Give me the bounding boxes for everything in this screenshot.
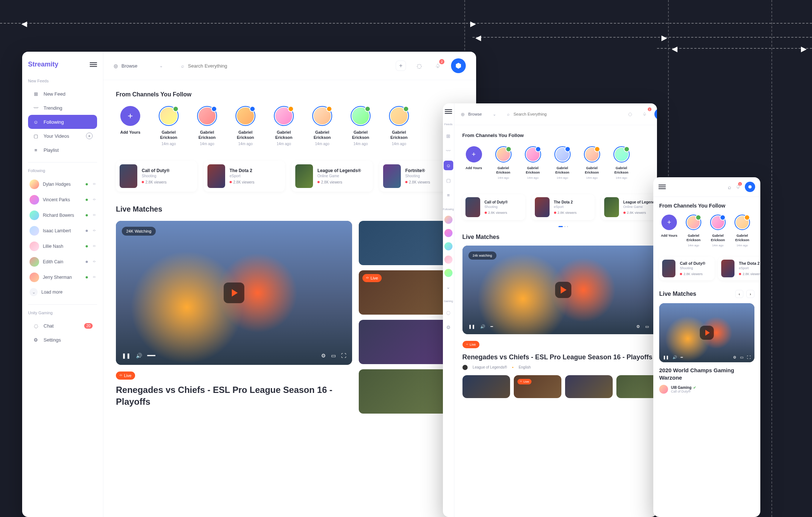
channel-item[interactable]: Gabriel Erickson14m ago bbox=[308, 106, 337, 146]
channel-add[interactable]: +Add Yours bbox=[659, 215, 679, 247]
nav-settings[interactable]: ⚙Settings bbox=[28, 333, 97, 347]
game-card[interactable]: The Dota 2eSport2.8K viewers bbox=[718, 257, 760, 280]
channel-add[interactable]: +Add Yours bbox=[462, 146, 485, 179]
channel-item[interactable]: Gabriel Erickson14m ago bbox=[708, 215, 728, 247]
volume-icon[interactable]: 🔊 bbox=[136, 353, 142, 359]
channel-item[interactable]: Gabriel Erickson14m ago bbox=[522, 146, 544, 179]
game-card[interactable]: The Dota 2eSport2.8K viewers bbox=[532, 194, 595, 220]
volume-icon[interactable]: 🔊 bbox=[480, 324, 485, 329]
bell-icon[interactable]: ♤1 bbox=[736, 184, 740, 190]
follow-user[interactable]: Dylan Hodges⌔ bbox=[28, 177, 97, 192]
pause-icon[interactable]: ❚❚ bbox=[663, 355, 669, 359]
load-more[interactable]: ⌄Load more bbox=[28, 285, 97, 299]
nav-new-feed[interactable]: ⊞ bbox=[444, 131, 453, 141]
add-icon[interactable]: + bbox=[86, 133, 93, 139]
nav-following[interactable]: ☺Following bbox=[28, 115, 97, 129]
settings-icon[interactable]: ⚙ bbox=[321, 353, 326, 359]
follow-user[interactable]: Vincent Parks⌔ bbox=[28, 192, 97, 208]
channel-item[interactable]: Gabriel Erickson14m ago bbox=[492, 146, 515, 179]
next-button[interactable]: › bbox=[746, 290, 754, 298]
bell-icon[interactable]: ♤2 bbox=[433, 61, 443, 71]
settings-icon[interactable]: ⚙ bbox=[733, 355, 736, 359]
video-thumb[interactable] bbox=[462, 375, 510, 398]
follow-user[interactable]: Richard Bowers⌔ bbox=[28, 208, 97, 223]
theatre-icon[interactable]: ▭ bbox=[740, 355, 743, 359]
video-thumb[interactable]: ⌔Live bbox=[514, 375, 561, 398]
fullscreen-icon[interactable]: ⛶ bbox=[341, 353, 346, 359]
browse-dropdown[interactable]: ◎Browse⌄ bbox=[114, 63, 163, 69]
nav-your-videos[interactable]: ▢Your Videos+ bbox=[28, 129, 97, 143]
progress-track[interactable]: ━ bbox=[491, 324, 493, 329]
game-card[interactable]: League of Legends®Online Game2.8K viewer… bbox=[601, 194, 657, 220]
channel-item[interactable]: Gabriel Erickson14m ago bbox=[684, 215, 703, 247]
progress-track[interactable]: ━ bbox=[681, 355, 683, 359]
game-card[interactable]: The Dota 2eSport2.8K viewers bbox=[204, 161, 285, 192]
gear-icon[interactable]: ⚙ bbox=[444, 322, 453, 332]
theatre-icon[interactable]: ▭ bbox=[645, 324, 649, 329]
follow-user[interactable]: Lillie Nash⌔ bbox=[28, 239, 97, 254]
mini-avatar[interactable] bbox=[444, 216, 453, 224]
channel-item[interactable]: Gabriel Erickson14m ago bbox=[551, 146, 574, 179]
video-player[interactable]: ❚❚🔊━⚙▭⛶ bbox=[659, 303, 754, 362]
channel-item[interactable]: Gabriel Erickson14m ago bbox=[732, 215, 752, 247]
channel-item[interactable]: Gabriel Erickson14m ago bbox=[231, 106, 260, 146]
prev-button[interactable]: ‹ bbox=[735, 290, 743, 298]
channel-item[interactable]: Gabriel Erickson14m ago bbox=[581, 146, 603, 179]
game-card[interactable]: League of Legends®Online Game2.8K viewer… bbox=[292, 161, 373, 192]
fullscreen-icon[interactable]: ⛶ bbox=[747, 355, 751, 359]
chevron-down-icon[interactable]: ⌄ bbox=[444, 282, 453, 292]
nav-trending[interactable]: 〰Trending bbox=[28, 101, 97, 115]
pager-dot-active[interactable] bbox=[558, 226, 563, 227]
nav-trending[interactable]: 〰 bbox=[444, 146, 453, 155]
nav-playlist[interactable]: ≡Playlist bbox=[28, 143, 97, 157]
author-row[interactable]: UI8 Gaming✔ Call of Duty® bbox=[659, 385, 754, 394]
channel-item[interactable]: Gabriel Erickson14m ago bbox=[385, 106, 413, 146]
mini-avatar[interactable] bbox=[444, 256, 453, 264]
nav-chat[interactable]: ◌Chat20 bbox=[28, 319, 97, 333]
nav-playlist[interactable]: ≡ bbox=[444, 190, 453, 200]
video-player[interactable]: 24K Watching ❚❚ 🔊 ━━ ⚙ ▭ ⛶ bbox=[116, 221, 352, 365]
search-input[interactable] bbox=[513, 112, 617, 116]
chat-icon[interactable]: ◌ bbox=[444, 308, 453, 317]
channel-item[interactable]: Gabriel Erickson14m ago bbox=[154, 106, 183, 146]
browse-dropdown[interactable]: ◎Browse⌄ bbox=[461, 112, 496, 117]
menu-icon[interactable] bbox=[658, 185, 666, 189]
mini-avatar[interactable] bbox=[444, 242, 453, 250]
mini-avatar[interactable] bbox=[444, 229, 453, 237]
video-thumb[interactable] bbox=[565, 375, 613, 398]
follow-user[interactable]: Isaac Lambert⌔ bbox=[28, 223, 97, 239]
pager-dot[interactable] bbox=[564, 226, 565, 227]
volume-icon[interactable]: 🔊 bbox=[672, 355, 677, 359]
search-icon[interactable]: ⌕ bbox=[728, 184, 731, 190]
play-button[interactable] bbox=[700, 326, 714, 340]
game-card[interactable]: Call of Duty®Shooting2.8K viewers bbox=[659, 257, 715, 280]
play-button[interactable] bbox=[224, 283, 244, 303]
game-card[interactable]: Call of Duty®Shooting2.8K viewers bbox=[116, 161, 197, 192]
progress-track[interactable]: ━━ bbox=[147, 352, 155, 360]
channel-item[interactable]: Gabriel Erickson14m ago bbox=[269, 106, 298, 146]
menu-icon[interactable] bbox=[90, 62, 97, 67]
app-logo[interactable]: Streamity bbox=[28, 61, 58, 68]
channel-item[interactable]: Gabriel Erickson14m ago bbox=[193, 106, 221, 146]
follow-user[interactable]: Jerry Sherman⌔ bbox=[28, 270, 97, 285]
mini-avatar[interactable] bbox=[444, 269, 453, 277]
menu-icon[interactable] bbox=[445, 109, 452, 114]
video-player[interactable]: 24k watching ❚❚🔊━⚙▭⛶ bbox=[462, 246, 657, 334]
channel-add[interactable]: +Add Yours bbox=[116, 106, 145, 146]
pause-icon[interactable]: ❚❚ bbox=[122, 353, 131, 359]
add-button[interactable]: + bbox=[396, 61, 406, 71]
game-card[interactable]: Call of Duty®Shooting2.8K viewers bbox=[462, 194, 525, 220]
follow-user[interactable]: Edith Cain⌔ bbox=[28, 254, 97, 270]
bell-icon[interactable]: ♤2 bbox=[640, 109, 650, 119]
pager-dot[interactable] bbox=[567, 226, 568, 227]
nav-following[interactable]: ☺ bbox=[444, 161, 453, 170]
search-box[interactable]: ⌕ bbox=[181, 63, 299, 69]
pause-icon[interactable]: ❚❚ bbox=[468, 324, 475, 329]
settings-icon[interactable]: ⚙ bbox=[636, 324, 640, 329]
profile-avatar[interactable] bbox=[451, 58, 466, 73]
channel-item[interactable]: Gabriel Erickson14m ago bbox=[610, 146, 633, 179]
profile-avatar[interactable] bbox=[745, 182, 755, 192]
search-input[interactable] bbox=[188, 63, 299, 69]
channel-item[interactable]: Gabriel Erickson14m ago bbox=[346, 106, 375, 146]
nav-videos[interactable]: ▢ bbox=[444, 175, 453, 185]
